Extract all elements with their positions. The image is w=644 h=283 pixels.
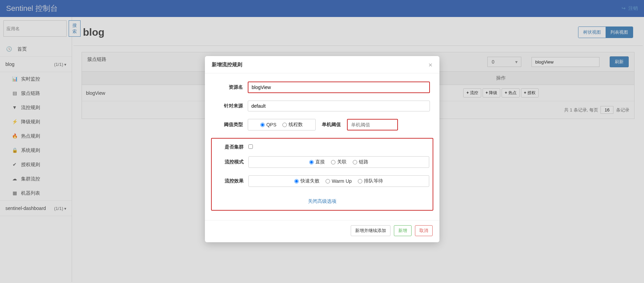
origin-input[interactable] (248, 101, 430, 111)
advanced-section: 是否集群 流控模式 直接 关联 链路 流控效果 (211, 138, 433, 211)
resource-label: 资源名 (214, 84, 248, 90)
modal-title: 新增流控规则 (212, 61, 242, 68)
close-advanced-link[interactable]: 关闭高级选项 (215, 194, 429, 208)
origin-label: 针对来源 (214, 103, 248, 109)
cluster-checkbox[interactable] (248, 144, 253, 149)
radio-mode-chain[interactable]: 链路 (353, 159, 368, 165)
flow-rule-modal: 新增流控规则 × 资源名 针对来源 阈值类型 QPS 线程数 单机阈值 (205, 56, 439, 242)
resource-input[interactable] (248, 82, 430, 93)
radio-effect-fail[interactable]: 快速失败 (294, 178, 319, 184)
radio-qps[interactable]: QPS (260, 122, 277, 127)
radio-threads[interactable]: 线程数 (282, 122, 303, 128)
threshold-type-label: 阈值类型 (214, 122, 248, 128)
cluster-label: 是否集群 (215, 144, 248, 150)
radio-mode-direct[interactable]: 直接 (309, 159, 325, 165)
threshold-type-group: QPS 线程数 (248, 119, 316, 130)
close-icon[interactable]: × (429, 61, 433, 68)
radio-mode-assoc[interactable]: 关联 (331, 159, 347, 165)
mode-label: 流控模式 (215, 159, 248, 165)
modal-overlay: 新增流控规则 × 资源名 针对来源 阈值类型 QPS 线程数 单机阈值 (0, 0, 644, 282)
radio-effect-queue[interactable]: 排队等待 (358, 178, 383, 184)
cancel-button[interactable]: 取消 (415, 225, 433, 236)
single-threshold-input[interactable] (347, 119, 398, 130)
add-continue-button[interactable]: 新增并继续添加 (351, 225, 390, 236)
radio-effect-warm[interactable]: Warm Up (326, 178, 352, 184)
add-button[interactable]: 新增 (394, 225, 412, 236)
effect-group: 快速失败 Warm Up 排队等待 (248, 175, 429, 187)
effect-label: 流控效果 (215, 178, 248, 184)
mode-group: 直接 关联 链路 (248, 156, 429, 168)
single-threshold-label: 单机阈值 (320, 122, 342, 128)
